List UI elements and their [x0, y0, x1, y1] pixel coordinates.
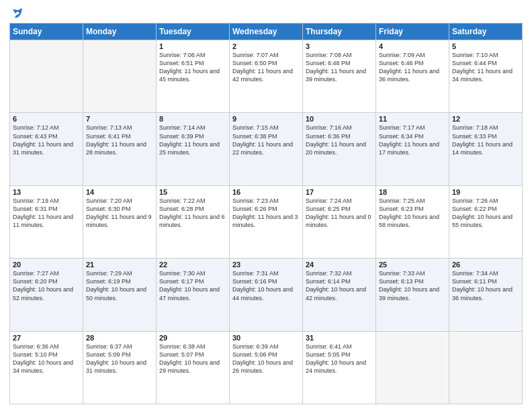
calendar-day-cell: 28Sunrise: 6:37 AMSunset: 5:09 PMDayligh… — [83, 331, 157, 404]
calendar-day-cell: 2Sunrise: 7:07 AMSunset: 6:50 PMDaylight… — [230, 40, 303, 113]
calendar-day-cell: 24Sunrise: 7:32 AMSunset: 6:14 PMDayligh… — [303, 259, 376, 331]
day-number: 7 — [86, 115, 153, 123]
day-number: 24 — [306, 261, 373, 269]
day-info: Sunrise: 7:12 AMSunset: 6:43 PMDaylight:… — [13, 124, 80, 156]
day-info: Sunrise: 7:27 AMSunset: 6:20 PMDaylight:… — [13, 269, 80, 302]
day-number: 20 — [13, 261, 80, 269]
calendar-day-cell: 4Sunrise: 7:09 AMSunset: 6:46 PMDaylight… — [376, 40, 449, 113]
calendar-weekday-header: Tuesday — [157, 24, 230, 40]
calendar-day-cell: 29Sunrise: 6:38 AMSunset: 5:07 PMDayligh… — [157, 331, 230, 404]
day-info: Sunrise: 7:07 AMSunset: 6:50 PMDaylight:… — [232, 51, 300, 84]
day-number: 1 — [159, 42, 226, 50]
calendar-day-cell: 12Sunrise: 7:18 AMSunset: 6:33 PMDayligh… — [449, 113, 523, 185]
day-number: 4 — [379, 42, 446, 50]
logo-text — [9, 7, 23, 19]
logo — [9, 7, 23, 19]
day-number: 25 — [379, 261, 446, 269]
day-info: Sunrise: 7:20 AMSunset: 6:30 PMDaylight:… — [86, 197, 153, 230]
logo-bird-icon — [11, 7, 23, 19]
day-number: 10 — [306, 115, 373, 123]
day-number: 13 — [13, 188, 80, 196]
day-info: Sunrise: 7:33 AMSunset: 6:13 PMDaylight:… — [379, 269, 446, 302]
day-number: 30 — [232, 334, 300, 342]
day-number: 14 — [86, 188, 153, 196]
day-info: Sunrise: 7:08 AMSunset: 6:48 PMDaylight:… — [306, 51, 373, 84]
calendar-day-cell: 16Sunrise: 7:23 AMSunset: 6:26 PMDayligh… — [230, 185, 303, 258]
day-info: Sunrise: 7:16 AMSunset: 6:36 PMDaylight:… — [306, 124, 373, 156]
calendar-day-cell: 13Sunrise: 7:19 AMSunset: 6:31 PMDayligh… — [10, 185, 83, 258]
day-info: Sunrise: 7:17 AMSunset: 6:34 PMDaylight:… — [379, 124, 446, 156]
day-info: Sunrise: 6:38 AMSunset: 5:07 PMDaylight:… — [159, 342, 226, 375]
day-info: Sunrise: 7:32 AMSunset: 6:14 PMDaylight:… — [306, 269, 373, 302]
calendar-day-cell: 21Sunrise: 7:29 AMSunset: 6:19 PMDayligh… — [83, 259, 157, 331]
day-number: 12 — [452, 115, 519, 123]
day-number: 16 — [232, 188, 300, 196]
day-number: 31 — [306, 334, 373, 342]
calendar-day-cell — [449, 331, 523, 404]
calendar: SundayMondayTuesdayWednesdayThursdayFrid… — [9, 23, 523, 404]
day-info: Sunrise: 7:10 AMSunset: 6:44 PMDaylight:… — [452, 51, 519, 84]
calendar-day-cell — [83, 40, 157, 113]
calendar-day-cell: 8Sunrise: 7:14 AMSunset: 6:39 PMDaylight… — [157, 113, 230, 185]
day-number: 28 — [86, 334, 153, 342]
calendar-week-row: 27Sunrise: 6:36 AMSunset: 5:10 PMDayligh… — [10, 331, 523, 404]
day-number: 5 — [452, 42, 519, 50]
calendar-day-cell: 1Sunrise: 7:06 AMSunset: 6:51 PMDaylight… — [157, 40, 230, 113]
calendar-day-cell: 14Sunrise: 7:20 AMSunset: 6:30 PMDayligh… — [83, 185, 157, 258]
day-number: 21 — [86, 261, 153, 269]
calendar-day-cell: 9Sunrise: 7:15 AMSunset: 6:38 PMDaylight… — [230, 113, 303, 185]
day-info: Sunrise: 6:37 AMSunset: 5:09 PMDaylight:… — [86, 342, 153, 375]
day-number: 29 — [159, 334, 226, 342]
day-info: Sunrise: 7:09 AMSunset: 6:46 PMDaylight:… — [379, 51, 446, 84]
day-info: Sunrise: 7:34 AMSunset: 6:11 PMDaylight:… — [452, 269, 519, 302]
day-info: Sunrise: 7:06 AMSunset: 6:51 PMDaylight:… — [159, 51, 226, 84]
day-info: Sunrise: 6:36 AMSunset: 5:10 PMDaylight:… — [13, 342, 80, 375]
day-info: Sunrise: 6:41 AMSunset: 5:05 PMDaylight:… — [306, 342, 373, 375]
calendar-weekday-header: Monday — [83, 24, 157, 40]
calendar-day-cell: 20Sunrise: 7:27 AMSunset: 6:20 PMDayligh… — [10, 259, 83, 331]
day-info: Sunrise: 7:30 AMSunset: 6:17 PMDaylight:… — [159, 269, 226, 302]
calendar-day-cell: 15Sunrise: 7:22 AMSunset: 6:28 PMDayligh… — [157, 185, 230, 258]
day-number: 11 — [379, 115, 446, 123]
calendar-week-row: 1Sunrise: 7:06 AMSunset: 6:51 PMDaylight… — [10, 40, 523, 113]
calendar-day-cell: 17Sunrise: 7:24 AMSunset: 6:25 PMDayligh… — [303, 185, 376, 258]
day-number: 3 — [306, 42, 373, 50]
page: SundayMondayTuesdayWednesdayThursdayFrid… — [0, 0, 532, 411]
calendar-week-row: 6Sunrise: 7:12 AMSunset: 6:43 PMDaylight… — [10, 113, 523, 185]
day-number: 8 — [159, 115, 226, 123]
day-info: Sunrise: 6:39 AMSunset: 5:06 PMDaylight:… — [232, 342, 300, 375]
calendar-day-cell: 11Sunrise: 7:17 AMSunset: 6:34 PMDayligh… — [376, 113, 449, 185]
calendar-weekday-header: Wednesday — [230, 24, 303, 40]
day-number: 23 — [232, 261, 300, 269]
calendar-day-cell: 19Sunrise: 7:26 AMSunset: 6:22 PMDayligh… — [449, 185, 523, 258]
header — [9, 7, 523, 19]
calendar-weekday-header: Saturday — [449, 24, 523, 40]
calendar-day-cell: 5Sunrise: 7:10 AMSunset: 6:44 PMDaylight… — [449, 40, 523, 113]
day-number: 26 — [452, 261, 519, 269]
calendar-weekday-header: Sunday — [10, 24, 83, 40]
day-number: 9 — [232, 115, 300, 123]
calendar-day-cell: 3Sunrise: 7:08 AMSunset: 6:48 PMDaylight… — [303, 40, 376, 113]
day-number: 2 — [232, 42, 300, 50]
calendar-day-cell: 26Sunrise: 7:34 AMSunset: 6:11 PMDayligh… — [449, 259, 523, 331]
calendar-weekday-header: Thursday — [303, 24, 376, 40]
day-number: 6 — [13, 115, 80, 123]
calendar-day-cell: 23Sunrise: 7:31 AMSunset: 6:16 PMDayligh… — [230, 259, 303, 331]
calendar-day-cell: 22Sunrise: 7:30 AMSunset: 6:17 PMDayligh… — [157, 259, 230, 331]
calendar-day-cell: 30Sunrise: 6:39 AMSunset: 5:06 PMDayligh… — [230, 331, 303, 404]
calendar-week-row: 13Sunrise: 7:19 AMSunset: 6:31 PMDayligh… — [10, 185, 523, 258]
calendar-day-cell: 27Sunrise: 6:36 AMSunset: 5:10 PMDayligh… — [10, 331, 83, 404]
calendar-day-cell: 18Sunrise: 7:25 AMSunset: 6:23 PMDayligh… — [376, 185, 449, 258]
calendar-day-cell: 10Sunrise: 7:16 AMSunset: 6:36 PMDayligh… — [303, 113, 376, 185]
day-info: Sunrise: 7:19 AMSunset: 6:31 PMDaylight:… — [13, 197, 80, 230]
day-info: Sunrise: 7:13 AMSunset: 6:41 PMDaylight:… — [86, 124, 153, 156]
calendar-day-cell: 6Sunrise: 7:12 AMSunset: 6:43 PMDaylight… — [10, 113, 83, 185]
day-info: Sunrise: 7:14 AMSunset: 6:39 PMDaylight:… — [159, 124, 226, 156]
calendar-header-row: SundayMondayTuesdayWednesdayThursdayFrid… — [10, 24, 523, 40]
calendar-day-cell — [10, 40, 83, 113]
day-info: Sunrise: 7:15 AMSunset: 6:38 PMDaylight:… — [232, 124, 300, 156]
day-number: 18 — [379, 188, 446, 196]
calendar-weekday-header: Friday — [376, 24, 449, 40]
day-number: 15 — [159, 188, 226, 196]
day-number: 19 — [452, 188, 519, 196]
